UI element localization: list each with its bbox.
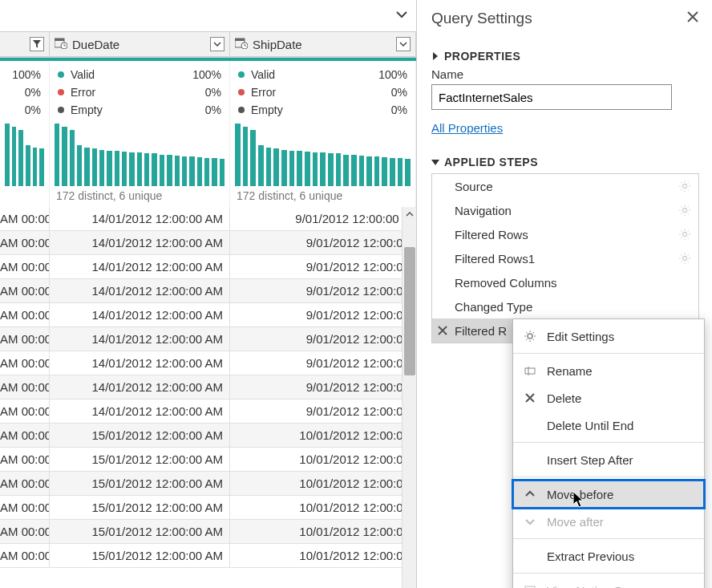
distribution-bar: [250, 130, 256, 186]
distribution-bar: [92, 148, 97, 186]
distribution-bar: [84, 148, 89, 186]
distribution-bar: [212, 158, 216, 186]
cell: 00:00 AM: [0, 424, 50, 447]
applied-steps-header[interactable]: APPLIED STEPS: [431, 156, 699, 168]
distribution-bar: [243, 127, 249, 186]
cell: 9/01/2012 12:00:00: [230, 375, 416, 399]
table-row[interactable]: 00:00 AM15/01/2012 12:00:00 AM10/01/2012…: [0, 472, 416, 496]
ctx-delete-until-end[interactable]: Delete Until End: [513, 412, 704, 439]
cell: 15/01/2012 12:00:00 AM: [50, 520, 230, 543]
cell: 10/01/2012 12:00:00: [230, 520, 416, 543]
distribution-bar: [70, 130, 75, 186]
table-row[interactable]: 00:00 AM14/01/2012 12:00:00 AM9/01/2012 …: [0, 303, 416, 327]
scrollbar-thumb[interactable]: [404, 247, 415, 375]
svg-point-6: [683, 185, 687, 189]
vertical-scrollbar[interactable]: [402, 207, 416, 588]
applied-step[interactable]: Filtered Rows: [432, 222, 698, 246]
cell: 15/01/2012 12:00:00 AM: [50, 472, 230, 495]
applied-step[interactable]: Navigation: [432, 198, 698, 222]
cell: 00:00 AM: [0, 520, 50, 543]
ctx-move-before[interactable]: Move before: [513, 481, 704, 508]
dropdown-icon[interactable]: [210, 37, 225, 51]
distribution-bar: [405, 159, 411, 186]
table-row[interactable]: 00:00 AM15/01/2012 12:00:00 AM10/01/2012…: [0, 496, 416, 520]
distribution-bar: [235, 124, 241, 186]
table-row[interactable]: 00:00 AM14/01/2012 12:00:00 AM9/01/2012 …: [0, 399, 416, 424]
expand-chevron-icon[interactable]: [395, 8, 408, 23]
empty-pct: 0%: [205, 101, 221, 119]
distribution-bar: [313, 152, 318, 186]
chevron-up-icon: [523, 489, 537, 499]
cell: 9/01/2012 12:00:00: [230, 303, 416, 326]
table-row[interactable]: 00:00 AM14/01/2012 12:00:00 AM9/01/2012 …: [0, 255, 416, 279]
table-row[interactable]: 00:00 AM15/01/2012 12:00:00 AM10/01/2012…: [0, 448, 416, 472]
distinct-info: 172 distinct, 6 unique: [230, 188, 416, 207]
step-label: Filtered Rows: [455, 228, 528, 241]
ctx-label: Delete: [547, 391, 581, 405]
table-row[interactable]: 00:00 AM14/01/2012 12:00:00 AM9/01/2012 …: [0, 231, 416, 255]
table-row[interactable]: 00:00 AM15/01/2012 12:00:00 AM10/01/2012…: [0, 520, 416, 544]
applied-step[interactable]: Changed Type: [432, 294, 698, 318]
quality-cell-2: Valid100% Error0% Empty0%: [230, 61, 416, 122]
cell: 14/01/2012 12:00:00 AM: [50, 207, 230, 230]
expand-bar: [0, 0, 416, 32]
column-header-shipdate[interactable]: ShipDate: [230, 32, 416, 56]
ctx-insert-step-after[interactable]: Insert Step After: [513, 446, 704, 473]
table-row[interactable]: 00:00 AM14/01/2012 12:00:00 AM9/01/2012 …: [0, 279, 416, 303]
ctx-extract-previous[interactable]: Extract Previous: [513, 542, 704, 570]
applied-step[interactable]: Source: [432, 174, 698, 198]
datetime-icon: [55, 38, 67, 51]
valid-dot-icon: [58, 71, 64, 78]
valid-label: Valid: [71, 66, 95, 83]
close-icon[interactable]: [686, 10, 699, 27]
table-row[interactable]: 00:00 AM14/01/2012 12:00:00 AM9/01/2012 …: [0, 207, 416, 231]
cell: 9/01/2012 12:00:00: [230, 279, 416, 302]
distribution-bar: [129, 152, 134, 186]
distribution-bar: [99, 150, 104, 186]
distribution-bar: [281, 150, 287, 186]
cell: 15/01/2012 12:00:00 AM: [50, 424, 230, 447]
cell: 00:00 AM: [0, 496, 50, 519]
distribution-bar: [107, 151, 111, 186]
distribution-bar: [366, 156, 372, 186]
distribution-bar: [398, 158, 403, 186]
column-header-duedate[interactable]: DueDate: [50, 32, 230, 56]
scrollbar-up-arrow-icon[interactable]: [403, 207, 416, 221]
distribution-bar: [167, 155, 172, 186]
dropdown-icon[interactable]: [396, 37, 411, 51]
table-row[interactable]: 00:00 AM14/01/2012 12:00:00 AM9/01/2012 …: [0, 327, 416, 351]
distribution-bar: [197, 157, 202, 186]
query-settings-panel: Query Settings PROPERTIES Name All Prope…: [417, 0, 712, 588]
distribution-bar: [273, 148, 279, 186]
cell: 14/01/2012 12:00:00 AM: [50, 231, 230, 254]
empty-label: Empty: [251, 101, 283, 119]
cell: 9/01/2012 12:00:00 A: [230, 207, 416, 230]
table-row[interactable]: 00:00 AM14/01/2012 12:00:00 AM9/01/2012 …: [0, 375, 416, 399]
all-properties-link[interactable]: All Properties: [431, 121, 503, 135]
svg-rect-1: [55, 39, 64, 41]
caret-down-icon: [431, 160, 439, 165]
distribution-bar: [351, 155, 357, 186]
valid-dot-icon: [238, 71, 245, 78]
cell: 00:00 AM: [0, 231, 50, 254]
data-table-body[interactable]: 00:00 AM14/01/2012 12:00:00 AM9/01/2012 …: [0, 207, 416, 588]
step-label: Source: [455, 180, 493, 193]
distribution-bar: [189, 156, 194, 186]
applied-step[interactable]: Filtered Rows1: [432, 246, 698, 270]
filter-icon[interactable]: [30, 37, 44, 51]
ctx-edit-settings[interactable]: Edit Settings: [513, 322, 704, 350]
query-name-input[interactable]: [431, 84, 672, 110]
table-row[interactable]: 00:00 AM15/01/2012 12:00:00 AM10/01/2012…: [0, 544, 416, 568]
svg-rect-4: [235, 39, 245, 41]
table-row[interactable]: 00:00 AM14/01/2012 12:00:00 AM9/01/2012 …: [0, 351, 416, 375]
properties-header[interactable]: PROPERTIES: [431, 50, 699, 63]
ctx-label: Move after: [547, 515, 604, 529]
distribution-bar: [62, 127, 67, 186]
applied-step[interactable]: Removed Columns: [432, 270, 698, 294]
ctx-delete[interactable]: Delete: [513, 384, 704, 412]
ctx-label: Rename: [547, 364, 593, 378]
ctx-rename[interactable]: Rename: [513, 357, 704, 384]
column-header-0[interactable]: [0, 32, 50, 56]
cell: 14/01/2012 12:00:00 AM: [50, 255, 230, 278]
table-row[interactable]: 00:00 AM15/01/2012 12:00:00 AM10/01/2012…: [0, 424, 416, 448]
